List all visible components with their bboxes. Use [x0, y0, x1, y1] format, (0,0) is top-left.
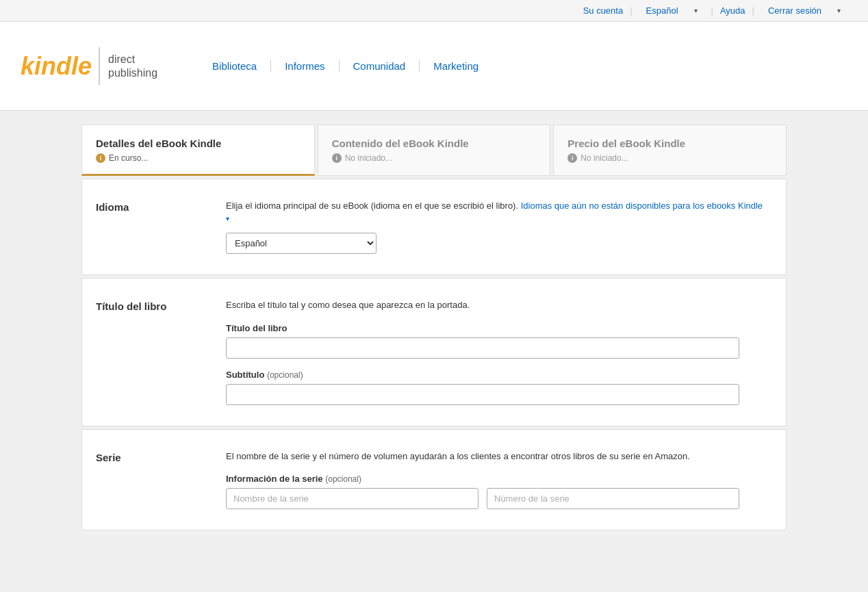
- step3-info-icon: i: [567, 153, 577, 163]
- steps-tabs: Detalles del eBook Kindle i En curso... …: [81, 125, 787, 176]
- logo-divider: [99, 47, 100, 85]
- subtitulo-label-text: Subtítulo: [226, 370, 264, 380]
- logout-container: Cerrar sesión ▾: [754, 5, 854, 16]
- step2-info-icon: i: [332, 153, 342, 163]
- idioma-desc-text: Elija el idioma principal de su eBook (i…: [226, 201, 518, 211]
- logout-chevron-icon: ▾: [830, 7, 847, 14]
- step3-title: Precio del eBook Kindle: [567, 138, 772, 149]
- nav-biblioteca[interactable]: Biblioteca: [199, 60, 271, 72]
- language-label[interactable]: Español: [639, 5, 685, 16]
- idioma-label: Idioma: [96, 200, 205, 254]
- page-content: Detalles del eBook Kindle i En curso... …: [75, 125, 793, 530]
- subtitulo-input[interactable]: [226, 384, 739, 405]
- step2-title: Contenido del eBook Kindle: [332, 138, 537, 149]
- step2-status-text: No iniciado...: [345, 153, 392, 163]
- idioma-section: Idioma Elija el idioma principal de su e…: [81, 179, 787, 275]
- logo-direct: direct: [108, 53, 157, 66]
- step3-status-text: No iniciado...: [580, 153, 628, 163]
- titulo-content: Escriba el título tal y como desea que a…: [226, 299, 765, 404]
- logo-publishing: publishing: [108, 66, 157, 79]
- subtitulo-field-label: Subtítulo (opcional): [226, 370, 765, 380]
- serie-nombre-input[interactable]: [226, 488, 478, 509]
- titulo-input[interactable]: [226, 337, 739, 359]
- titulo-description: Escriba el título tal y como desea que a…: [226, 299, 765, 311]
- header: kindle direct publishing Biblioteca Info…: [0, 22, 868, 111]
- step-tab-3[interactable]: Precio del eBook Kindle i No iniciado...: [553, 125, 787, 176]
- nav-marketing[interactable]: Marketing: [420, 60, 492, 72]
- step1-status-text: En curso...: [109, 153, 148, 163]
- serie-optional: (opcional): [325, 474, 361, 484]
- step-tab-2[interactable]: Contenido del eBook Kindle i No iniciado…: [318, 125, 551, 176]
- serie-section: Serie El nombre de la serie y el número …: [81, 429, 787, 530]
- titulo-field-label: Título del libro: [226, 323, 765, 333]
- chevron-down-icon: ▾: [687, 7, 704, 14]
- account-link[interactable]: Su cuenta: [576, 5, 630, 16]
- titulo-label: Título del libro: [96, 299, 205, 404]
- step1-status: i En curso...: [96, 153, 301, 163]
- idioma-link-text: Idiomas que aún no están disponibles par…: [521, 201, 763, 211]
- main-nav: Biblioteca Informes Comunidad Marketing: [199, 60, 492, 72]
- logout-link[interactable]: Cerrar sesión: [761, 5, 828, 16]
- step2-status: i No iniciado...: [332, 153, 537, 163]
- titulo-section: Título del libro Escriba el título tal y…: [81, 278, 787, 426]
- step3-status: i No iniciado...: [567, 153, 772, 163]
- logo-tagline: direct publishing: [108, 53, 157, 79]
- kindle-logo-text: kindle: [21, 52, 92, 81]
- language-select[interactable]: Español English Français Deutsch Italian…: [226, 233, 376, 254]
- nav-comunidad[interactable]: Comunidad: [340, 60, 420, 72]
- serie-info-text: Información de la serie: [226, 474, 323, 484]
- top-bar: Su cuenta | Español ▾ | Ayuda | Cerrar s…: [0, 0, 868, 22]
- help-link[interactable]: Ayuda: [713, 5, 752, 16]
- step-tab-1[interactable]: Detalles del eBook Kindle i En curso...: [81, 125, 315, 176]
- idioma-content: Elija el idioma principal de su eBook (i…: [226, 200, 765, 254]
- language-selector[interactable]: Español ▾: [633, 5, 711, 16]
- serie-numero-input[interactable]: [487, 488, 739, 509]
- serie-label: Serie: [96, 450, 205, 509]
- serie-info-label: Información de la serie (opcional): [226, 474, 765, 484]
- subtitulo-optional: (opcional): [267, 370, 303, 380]
- serie-description: El nombre de la serie y el número de vol…: [226, 450, 765, 463]
- step1-info-icon: i: [96, 153, 105, 163]
- idioma-description: Elija el idioma principal de su eBook (i…: [226, 200, 765, 224]
- nav-informes[interactable]: Informes: [271, 60, 339, 72]
- idioma-link-chevron: ▾: [226, 215, 229, 222]
- serie-inputs: [226, 488, 739, 509]
- step1-title: Detalles del eBook Kindle: [96, 138, 301, 149]
- serie-content: El nombre de la serie y el número de vol…: [226, 450, 765, 509]
- logo: kindle direct publishing: [21, 47, 157, 85]
